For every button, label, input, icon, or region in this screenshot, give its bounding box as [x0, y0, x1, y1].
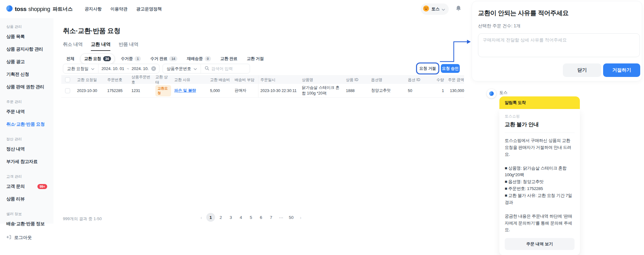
search-input[interactable]: [211, 66, 246, 71]
status-filter-chips: 전체 교환 요청 34 수거중 1 수거 완료 14 재배송중 0 교환 완료 …: [63, 53, 267, 64]
notification-bell-icon[interactable]: [456, 5, 461, 13]
notification-item-order-no: ■ 주문번호: 1752285: [505, 185, 575, 192]
tab-exchange-history[interactable]: 교환 내역: [91, 41, 111, 51]
page-4[interactable]: 4: [236, 213, 245, 222]
logo-text-toss: toss: [15, 6, 26, 13]
nav-terms[interactable]: 이용약관: [110, 6, 127, 12]
close-button[interactable]: 닫기: [563, 63, 601, 77]
approve-request-button[interactable]: 요청 승인: [441, 64, 460, 73]
clear-date-icon[interactable]: ✕: [151, 66, 156, 71]
nav-notice[interactable]: 공지사항: [85, 6, 102, 12]
date-from: 2024. 10. 01: [102, 66, 124, 71]
notification-card: 토스쇼핑 교환 불가 안내 토스쇼핑에서 구매하신 상품의 교환 요청을 판매자…: [499, 109, 580, 255]
col-product-name: 상품명: [299, 77, 343, 83]
app-root: toss shopping 파트너스 공지사항 이용약관 광고운영정책 토스: [0, 0, 644, 255]
col-option-name: 옵션명: [368, 77, 405, 83]
chevron-down-icon: [194, 66, 197, 71]
alimtalk-banner: 알림톡 도착: [499, 96, 580, 109]
inquiry-count-badge: 99+: [37, 184, 47, 189]
sidebar-section-order: 주문 관리: [6, 100, 47, 104]
chip-exchange-rejected[interactable]: 교환 거절: [243, 54, 267, 64]
col-fee-payer: 배송비 부담: [231, 77, 258, 83]
col-reason: 교환 사유: [171, 77, 207, 83]
col-product-order-no: 상품주문번호: [128, 74, 152, 85]
date-filter-group: 교환 요청일 2024. 10. 01 ~ 2024. 10. ✕: [63, 64, 159, 73]
select-all-checkbox[interactable]: [65, 77, 70, 82]
profile-menu[interactable]: 토스: [421, 3, 449, 15]
chip-exchange-requested[interactable]: 교환 요청 34: [80, 53, 115, 64]
page-1[interactable]: 1: [206, 213, 215, 222]
sidebar-item-orders[interactable]: 주문 내역: [0, 106, 53, 118]
page-6[interactable]: 6: [257, 213, 265, 222]
sidebar-item-cancel-exchange-return[interactable]: 취소·교환·반품 요청: [0, 118, 53, 131]
sidebar-item-settlement[interactable]: 정산 내역: [0, 143, 53, 155]
notification-sender: 토스: [499, 90, 508, 95]
tab-return-history[interactable]: 반품 내역: [119, 41, 138, 51]
reject-reason-panel: 교환이 안되는 사유를 적어주세요 선택한 주문 건수: 1개 닫기 거절하기 …: [472, 0, 644, 255]
date-range-field[interactable]: 2024. 10. 01 ~ 2024. 10. ✕: [98, 66, 159, 71]
cell-qty: 1: [428, 89, 444, 93]
selected-order-count: 선택한 주문 건수: 1개: [478, 23, 520, 29]
top-bar: toss shopping 파트너스 공지사항 이용약관 광고운영정책 토스: [0, 0, 471, 18]
nav-ad-policy[interactable]: 광고운영정책: [136, 6, 162, 12]
logo-text-shopping: shopping: [28, 6, 50, 13]
next-page-icon[interactable]: ›: [297, 215, 304, 220]
prev-page-icon[interactable]: ‹: [197, 215, 205, 220]
sidebar-item-product-list[interactable]: 상품 목록: [0, 30, 53, 43]
sidebar-item-vat-reference[interactable]: 부가세 참고자료: [0, 155, 53, 168]
view-order-button[interactable]: 주문 내역 보기: [505, 238, 575, 250]
logo-text-partners: 파트너스: [53, 6, 73, 13]
dialog-title: 교환이 안되는 사유를 적어주세요: [478, 9, 569, 17]
chip-all[interactable]: 전체: [63, 54, 78, 64]
toss-shopping-logo[interactable]: toss shopping 파트너스: [6, 5, 73, 13]
page-50[interactable]: 50: [287, 213, 296, 222]
reject-request-button[interactable]: 요청 거절: [418, 64, 438, 73]
page-3[interactable]: 3: [226, 213, 235, 222]
date-to: 2024. 10.: [132, 66, 149, 71]
date-type-select[interactable]: 교환 요청일: [63, 66, 98, 72]
col-order-no: 주문번호: [104, 77, 128, 83]
table-header-row: 교환 요청일 주문번호 상품주문번호 교환 상태 교환 사유 교환 배송비 배송…: [61, 75, 464, 84]
chip-count: 1: [135, 56, 141, 61]
chevron-down-icon: [442, 6, 445, 12]
tab-cancel-history[interactable]: 취소 내역: [63, 41, 83, 51]
search-type-select[interactable]: 상품주문번호: [163, 66, 201, 72]
cell-option-name: 청양고추맛: [368, 88, 405, 93]
reason-link[interactable]: 파손 및 불량: [174, 88, 196, 93]
toss-avatar: [487, 89, 496, 98]
sidebar-item-product-notice[interactable]: 상품 공지사항 관리: [0, 43, 53, 56]
sidebar-item-exhibition[interactable]: 기획전 신청: [0, 68, 53, 81]
notification-item-reason: ■ 교환 불가 사유: 교환 요청 기간 7일 경과: [505, 192, 575, 206]
profile-name: 토스: [431, 6, 440, 12]
col-status: 교환 상태: [152, 74, 171, 85]
chip-collecting[interactable]: 수거중 1: [117, 54, 144, 64]
sidebar-item-sales-permission[interactable]: 상품 판매 권한 관리: [0, 81, 53, 93]
col-order-datetime: 주문일시: [258, 76, 299, 84]
logout-button[interactable]: 로그아웃: [0, 230, 53, 247]
notification-footer: 궁금한 내용은 주문내역 하단에 '판매자에게 문의하기'를 통해 문의해 주세…: [505, 213, 575, 234]
topbar-right: 토스: [421, 3, 461, 15]
notification-item-product: ■ 상품명: 닭가슴살 스테이크 혼합 100g*20팩: [505, 165, 575, 179]
sidebar-item-customer-inquiry[interactable]: 고객 문의 99+: [0, 180, 53, 193]
col-exchange-fee: 교환 배송비: [207, 77, 231, 83]
chip-exchange-done[interactable]: 교환 완료: [217, 54, 241, 64]
page-2[interactable]: 2: [216, 213, 225, 222]
bulk-actions: 요청 거절 요청 승인: [418, 64, 460, 73]
notification-item-option: ■ 옵션명: 청양고추맛: [505, 178, 575, 185]
row-checkbox[interactable]: [65, 88, 70, 93]
page-7[interactable]: 7: [267, 213, 275, 222]
sidebar-item-product-ads[interactable]: 상품 광고: [0, 56, 53, 68]
confirm-reject-button[interactable]: 거절하기: [603, 63, 640, 77]
sidebar-item-product-reviews[interactable]: 상품 리뷰: [0, 193, 53, 205]
chevron-down-icon: [91, 66, 94, 71]
toss-logo-icon: [6, 5, 13, 13]
cell-exchange-fee: 5,000: [207, 89, 231, 93]
cell-status: 교환요청: [152, 85, 171, 96]
chip-collected[interactable]: 수거 완료 14: [147, 54, 181, 64]
page-5[interactable]: 5: [247, 213, 255, 222]
chip-redelivering[interactable]: 재배송중 0: [183, 54, 214, 64]
sidebar-item-shipping-info[interactable]: 배송·교환·반품 정보: [0, 218, 53, 230]
filter-bar: 교환 요청일 2024. 10. 01 ~ 2024. 10. ✕ 상품주문번호: [63, 64, 250, 73]
reject-reason-textarea[interactable]: [478, 33, 640, 57]
col-option-id: 옵션 ID: [405, 77, 428, 83]
